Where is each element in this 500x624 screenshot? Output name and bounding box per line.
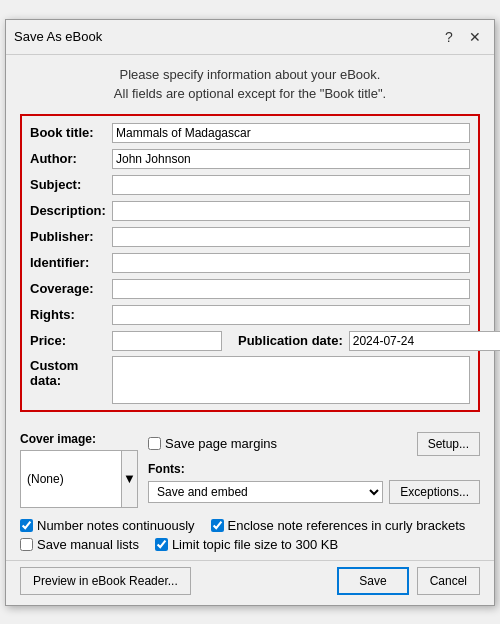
save-page-margins-checkbox-label[interactable]: Save page margins (148, 436, 277, 451)
save-manual-lists-label[interactable]: Save manual lists (20, 537, 139, 552)
limit-topic-checkbox[interactable] (155, 538, 168, 551)
save-page-margins-checkbox[interactable] (148, 437, 161, 450)
preview-button[interactable]: Preview in eBook Reader... (20, 567, 191, 595)
identifier-label: Identifier: (30, 255, 112, 270)
price-label: Price: (30, 333, 112, 348)
number-notes-checkbox[interactable] (20, 519, 33, 532)
publisher-row: Publisher: (30, 226, 470, 248)
pub-date-input[interactable] (349, 331, 500, 351)
custom-data-row: Custom data: (30, 356, 470, 404)
title-bar: Save As eBook ? ✕ (6, 20, 494, 55)
fonts-group: Fonts: Save and embed Exceptions... (148, 462, 480, 504)
setup-button[interactable]: Setup... (417, 432, 480, 456)
author-label: Author: (30, 151, 112, 166)
limit-topic-label[interactable]: Limit topic file size to 300 KB (155, 537, 338, 552)
subject-row: Subject: (30, 174, 470, 196)
fonts-row: Save and embed Exceptions... (148, 480, 480, 504)
fonts-select[interactable]: Save and embed (148, 481, 383, 503)
description-row: Description: (30, 200, 470, 222)
coverage-label: Coverage: (30, 281, 112, 296)
cover-dropdown-arrow[interactable]: ▼ (121, 451, 137, 507)
checkboxes-row2: Save manual lists Limit topic file size … (20, 537, 480, 552)
cancel-button[interactable]: Cancel (417, 567, 480, 595)
enclose-note-refs-checkbox[interactable] (211, 519, 224, 532)
rights-input[interactable] (112, 305, 470, 325)
description-input[interactable] (112, 201, 470, 221)
arrow-icon: ▼ (123, 471, 136, 486)
author-input[interactable] (112, 149, 470, 169)
identifier-row: Identifier: (30, 252, 470, 274)
cover-image-label: Cover image: (20, 432, 96, 446)
book-title-label: Book title: (30, 125, 112, 140)
save-manual-lists-checkbox[interactable] (20, 538, 33, 551)
cover-image-combo[interactable]: (None) ▼ (20, 450, 138, 508)
rights-label: Rights: (30, 307, 112, 322)
publisher-input[interactable] (112, 227, 470, 247)
author-row: Author: (30, 148, 470, 170)
info-line1: Please specify information about your eB… (120, 67, 381, 82)
price-row: Price: Publication date: (30, 330, 470, 352)
info-line2: All fields are optional except for the "… (114, 86, 386, 101)
save-margins-setup-row: Save page margins Setup... (148, 432, 480, 456)
subject-input[interactable] (112, 175, 470, 195)
cover-image-group: Cover image: (None) ▼ (20, 432, 138, 508)
help-button[interactable]: ? (438, 26, 460, 48)
save-as-ebook-dialog: Save As eBook ? ✕ Please specify informa… (5, 19, 495, 606)
action-buttons: Save Cancel (337, 567, 480, 595)
custom-data-label: Custom data: (30, 356, 112, 388)
limit-topic-text: Limit topic file size to 300 KB (172, 537, 338, 552)
cover-image-label-row: Cover image: (20, 432, 138, 446)
cover-fonts-section: Cover image: (None) ▼ Save page margins … (6, 432, 494, 514)
dialog-title: Save As eBook (14, 29, 102, 44)
right-options: Save page margins Setup... Fonts: Save a… (148, 432, 480, 504)
buttons-row: Preview in eBook Reader... Save Cancel (6, 560, 494, 605)
book-title-row: Book title: (30, 122, 470, 144)
exceptions-button[interactable]: Exceptions... (389, 480, 480, 504)
pub-date-label: Publication date: (238, 333, 343, 348)
cover-fonts-row: Cover image: (None) ▼ Save page margins … (20, 432, 480, 508)
checkboxes-section: Number notes continuously Enclose note r… (6, 514, 494, 560)
checkboxes-row1: Number notes continuously Enclose note r… (20, 518, 480, 533)
close-button[interactable]: ✕ (464, 26, 486, 48)
number-notes-text: Number notes continuously (37, 518, 195, 533)
publisher-label: Publisher: (30, 229, 112, 244)
custom-data-textarea[interactable] (112, 356, 470, 404)
number-notes-label[interactable]: Number notes continuously (20, 518, 195, 533)
rights-row: Rights: (30, 304, 470, 326)
coverage-row: Coverage: (30, 278, 470, 300)
identifier-input[interactable] (112, 253, 470, 273)
cover-none-text: (None) (21, 472, 121, 486)
coverage-input[interactable] (112, 279, 470, 299)
metadata-section: Book title: Author: Subject: Description… (20, 114, 480, 412)
info-text: Please specify information about your eB… (20, 65, 480, 104)
save-button[interactable]: Save (337, 567, 408, 595)
enclose-note-refs-label[interactable]: Enclose note references in curly bracket… (211, 518, 466, 533)
title-bar-controls: ? ✕ (438, 26, 486, 48)
save-manual-lists-text: Save manual lists (37, 537, 139, 552)
description-label: Description: (30, 203, 112, 218)
dialog-body: Please specify information about your eB… (6, 55, 494, 432)
save-page-margins-text: Save page margins (165, 436, 277, 451)
book-title-input[interactable] (112, 123, 470, 143)
enclose-note-refs-text: Enclose note references in curly bracket… (228, 518, 466, 533)
subject-label: Subject: (30, 177, 112, 192)
fonts-label: Fonts: (148, 462, 480, 476)
price-input[interactable] (112, 331, 222, 351)
